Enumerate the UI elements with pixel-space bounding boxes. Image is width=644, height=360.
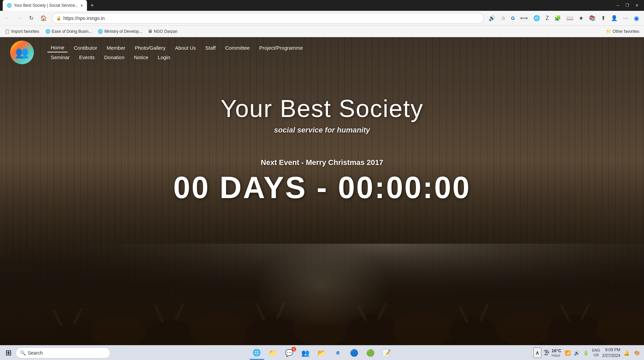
tab-area: 🌐 Your Best Society | Social Service... …	[3, 0, 96, 11]
back-button[interactable]: ←	[3, 14, 12, 23]
profile-icon[interactable]: 👤	[609, 14, 620, 23]
nav-events[interactable]: Events	[76, 53, 98, 62]
date: 2/27/2024	[602, 353, 620, 359]
nav-donation[interactable]: Donation	[101, 53, 128, 62]
nav-staff[interactable]: Staff	[202, 44, 219, 52]
website-content: 👥 Home Contibutor Member Photo/Gallery A…	[0, 37, 644, 345]
logo-image: 👥	[10, 41, 34, 64]
address-input[interactable]: 🔒 https://npo.irsngo.in	[52, 13, 484, 24]
lock-icon: 🔒	[56, 16, 61, 21]
ministry-icon: 🌐	[98, 29, 103, 34]
forward-button[interactable]: →	[15, 14, 24, 23]
hero-title: Your Best Society	[221, 95, 424, 122]
extensions-icon[interactable]: 🧩	[552, 14, 563, 23]
taskbar-search-text: Search	[28, 350, 43, 356]
window-controls: ─ ❐ ✕	[614, 2, 641, 9]
lang-bottom: US	[592, 353, 600, 357]
weather-info: 16°C Haze	[552, 348, 561, 357]
nav-member[interactable]: Member	[103, 44, 129, 52]
site-logo[interactable]: 👥	[10, 41, 34, 64]
chrome-button[interactable]: 🔵	[347, 346, 362, 360]
edge-avatar-icon[interactable]: ◉	[632, 13, 641, 23]
close-button[interactable]: ✕	[632, 2, 641, 9]
nav-login[interactable]: Login	[154, 53, 174, 62]
title-bar-left: 🌐 Your Best Society | Social Service... …	[3, 0, 96, 11]
share-icon[interactable]: ⬆	[599, 14, 607, 23]
green-app-button[interactable]: 🟢	[363, 346, 378, 360]
language-indicator[interactable]: ENG US	[592, 348, 600, 357]
teams-button[interactable]: 👥	[298, 346, 313, 360]
reading-view-icon[interactable]: 📖	[564, 14, 575, 23]
globe-icon[interactable]: 🌐	[531, 14, 542, 23]
tab-favicon: 🌐	[7, 3, 12, 8]
nav-contributor[interactable]: Contibutor	[70, 44, 101, 52]
collections-icon[interactable]: 📚	[587, 14, 598, 23]
hero-subtitle: social service for humanity	[274, 126, 370, 135]
taskbar-app-edge: 🌐	[249, 346, 264, 360]
whatsapp-badge: 6	[291, 347, 296, 352]
maximize-button[interactable]: ❐	[623, 2, 632, 9]
nav-home[interactable]: Home	[47, 43, 68, 52]
nav-notice[interactable]: Notice	[131, 53, 152, 62]
nav-project-programme[interactable]: Project/Programme	[256, 44, 306, 52]
copilot-icon[interactable]: G	[509, 14, 517, 22]
edge-browser-button[interactable]: 🌐	[249, 346, 264, 360]
title-bar: 🌐 Your Best Society | Social Service... …	[0, 0, 644, 11]
folders-button[interactable]: 📂	[314, 346, 329, 360]
file-explorer-button[interactable]: 📁	[266, 346, 281, 360]
nav-seminar[interactable]: Seminar	[47, 53, 73, 62]
minimize-button[interactable]: ─	[614, 2, 622, 9]
edge-secondary-button[interactable]: e	[331, 346, 346, 360]
refresh-button[interactable]: ↻	[27, 14, 36, 23]
bookmark-star-icon[interactable]: ☆	[499, 14, 508, 23]
ngo-darpan-label: NGO Darpan	[154, 29, 177, 34]
taskbar: ⊞ 🔍 Search 🌐 📁 💬 6 👥 📂 e 🔵 🟢	[0, 345, 644, 360]
tab-title: Your Best Society | Social Service...	[14, 3, 78, 8]
url-text: https://npo.irsngo.in	[63, 16, 480, 21]
weather-condition: Haze	[552, 353, 561, 357]
taskbar-search-icon: 🔍	[20, 350, 26, 356]
show-hidden-icons-button[interactable]: ∧	[533, 347, 541, 358]
color-indicator-icon[interactable]: 🎨	[633, 350, 641, 356]
logo-icon: 👥	[15, 46, 29, 59]
favorites-ease-doing[interactable]: 🌐 Ease of Doing Busin...	[43, 28, 94, 35]
ease-doing-icon: 🌐	[45, 29, 50, 34]
notepad-button[interactable]: 📝	[379, 346, 394, 360]
taskbar-search-box[interactable]: 🔍 Search	[16, 347, 110, 358]
favorites-ngo-darpan[interactable]: 🏛 NGO Darpan	[146, 28, 179, 35]
favorites-import[interactable]: 📋 Import favorites	[3, 28, 41, 35]
nav-photo-gallery[interactable]: Photo/Gallery	[131, 44, 169, 52]
time: 9:09 PM	[602, 347, 620, 353]
browser-tab[interactable]: 🌐 Your Best Society | Social Service... …	[3, 0, 87, 11]
ministry-label: Ministry of Develop...	[104, 29, 142, 34]
taskbar-app-edge2: e	[331, 346, 346, 360]
nav-row-secondary: Seminar Events Donation Notice Login	[47, 53, 306, 62]
svg-point-10	[496, 311, 553, 345]
zoom-icon[interactable]: Z	[543, 14, 551, 23]
battery-icon[interactable]: 🔋	[582, 350, 590, 356]
favorites-ministry[interactable]: 🌐 Ministry of Develop...	[96, 28, 144, 35]
other-favorites-folder[interactable]: 📁 Other favorites	[604, 28, 641, 35]
tab-close-button[interactable]: ✕	[80, 4, 83, 7]
read-aloud-icon[interactable]: 🔊	[487, 14, 497, 23]
other-favorites-icon: 📁	[606, 29, 611, 34]
notification-icon[interactable]: 🔔	[622, 350, 631, 356]
nav-committee[interactable]: Committee	[222, 44, 253, 52]
volume-icon[interactable]: 🔊	[573, 350, 581, 356]
nav-about-us[interactable]: About Us	[172, 44, 199, 52]
wifi-icon[interactable]: 📶	[563, 350, 572, 356]
translate-icon[interactable]: ⟺	[518, 14, 530, 23]
taskbar-app-whatsapp: 💬 6	[282, 346, 297, 360]
home-button[interactable]: 🏠	[38, 14, 49, 23]
favorites-icon[interactable]: ★	[577, 14, 585, 23]
import-label: Import favorites	[11, 29, 39, 34]
start-button[interactable]: ⊞	[3, 347, 14, 359]
hero-countdown: 00 DAYS - 00:00:00	[173, 170, 471, 205]
clock[interactable]: 9:09 PM 2/27/2024	[602, 347, 620, 359]
taskbar-center: 🌐 📁 💬 6 👥 📂 e 🔵 🟢 📝	[112, 346, 532, 360]
address-bar: ← → ↻ 🏠 🔒 https://npo.irsngo.in 🔊 ☆ G ⟺ …	[0, 11, 644, 26]
taskbar-app-folders: 📂	[314, 346, 329, 360]
weather-icon: 🌫	[543, 349, 550, 357]
edge-menu-icon[interactable]: ⋯	[621, 14, 630, 23]
new-tab-button[interactable]: +	[88, 1, 96, 10]
